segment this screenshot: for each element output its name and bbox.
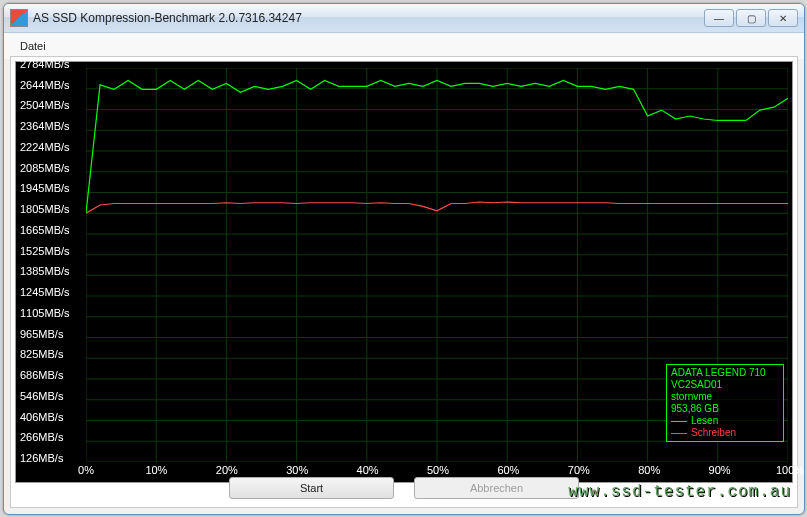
chart-area: 2784MB/s2644MB/s2504MB/s2364MB/s2224MB/s… — [15, 61, 793, 483]
x-tick-label: 100% — [776, 464, 804, 476]
y-tick-label: 1385MB/s — [20, 265, 70, 277]
x-tick-label: 20% — [216, 464, 238, 476]
window-controls: — ▢ ✕ — [704, 9, 798, 27]
y-tick-label: 1525MB/s — [20, 245, 70, 257]
menu-file[interactable]: Datei — [12, 38, 54, 54]
app-icon — [10, 9, 28, 27]
x-tick-label: 40% — [357, 464, 379, 476]
legend-write-line-icon — [671, 433, 687, 434]
y-tick-label: 546MB/s — [20, 390, 63, 402]
legend-read-row: Lesen — [671, 415, 779, 427]
legend-capacity: 953,86 GB — [671, 403, 779, 415]
titlebar[interactable]: AS SSD Kompression-Benchmark 2.0.7316.34… — [4, 4, 804, 33]
legend-write-row: Schreiben — [671, 427, 779, 439]
y-tick-label: 1945MB/s — [20, 182, 70, 194]
legend-firmware: VC2SAD01 — [671, 379, 779, 391]
y-tick-label: 2085MB/s — [20, 162, 70, 174]
y-tick-label: 126MB/s — [20, 452, 63, 464]
cancel-button[interactable]: Abbrechen — [414, 477, 579, 499]
legend-driver: stornvme — [671, 391, 779, 403]
maximize-button[interactable]: ▢ — [736, 9, 766, 27]
x-tick-label: 60% — [497, 464, 519, 476]
y-tick-label: 2224MB/s — [20, 141, 70, 153]
watermark-text: www.ssd-tester.com.au — [568, 483, 791, 501]
y-tick-label: 825MB/s — [20, 348, 63, 360]
plot-area: ADATA LEGEND 710 VC2SAD01 stornvme 953,8… — [86, 68, 788, 462]
x-tick-label: 50% — [427, 464, 449, 476]
x-tick-label: 90% — [709, 464, 731, 476]
x-tick-label: 30% — [286, 464, 308, 476]
y-tick-label: 2784MB/s — [20, 58, 70, 70]
y-tick-label: 1105MB/s — [20, 307, 70, 319]
x-tick-label: 70% — [568, 464, 590, 476]
legend-read-label: Lesen — [691, 415, 718, 427]
x-tick-label: 10% — [145, 464, 167, 476]
y-tick-label: 1805MB/s — [20, 203, 70, 215]
y-tick-label: 266MB/s — [20, 431, 63, 443]
maximize-icon: ▢ — [747, 13, 756, 24]
y-tick-label: 2364MB/s — [20, 120, 70, 132]
y-tick-label: 1665MB/s — [20, 224, 70, 236]
minimize-icon: — — [714, 13, 724, 24]
y-tick-label: 2504MB/s — [20, 99, 70, 111]
y-tick-label: 1245MB/s — [20, 286, 70, 298]
content-panel: 2784MB/s2644MB/s2504MB/s2364MB/s2224MB/s… — [10, 56, 798, 508]
minimize-button[interactable]: — — [704, 9, 734, 27]
start-button[interactable]: Start — [229, 477, 394, 499]
y-axis-labels: 2784MB/s2644MB/s2504MB/s2364MB/s2224MB/s… — [16, 64, 86, 459]
x-tick-label: 0% — [78, 464, 94, 476]
y-tick-label: 965MB/s — [20, 328, 63, 340]
x-tick-label: 80% — [638, 464, 660, 476]
legend-read-line-icon — [671, 421, 687, 422]
close-icon: ✕ — [779, 13, 787, 24]
y-tick-label: 406MB/s — [20, 411, 63, 423]
y-tick-label: 686MB/s — [20, 369, 63, 381]
y-tick-label: 2644MB/s — [20, 79, 70, 91]
close-button[interactable]: ✕ — [768, 9, 798, 27]
app-window: AS SSD Kompression-Benchmark 2.0.7316.34… — [3, 3, 805, 515]
legend-device: ADATA LEGEND 710 — [671, 367, 779, 379]
legend-box: ADATA LEGEND 710 VC2SAD01 stornvme 953,8… — [666, 364, 784, 442]
legend-write-label: Schreiben — [691, 427, 736, 439]
window-title: AS SSD Kompression-Benchmark 2.0.7316.34… — [33, 11, 302, 25]
